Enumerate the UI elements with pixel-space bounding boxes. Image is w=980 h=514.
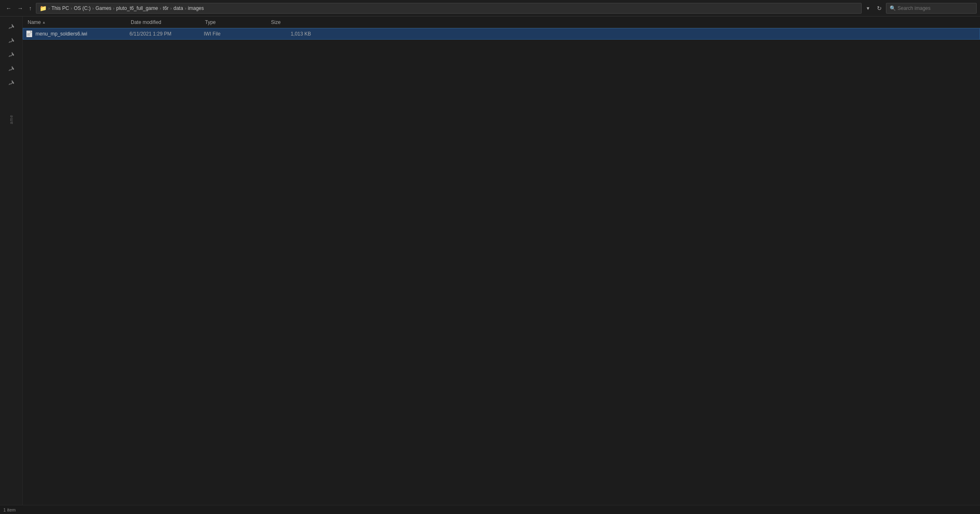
col-header-size[interactable]: Size [269, 17, 311, 28]
search-icon: 🔍 [890, 5, 896, 11]
breadcrumb-os-c[interactable]: OS (C:) [74, 5, 91, 11]
main-container: ame Name ▲ Date modified Type Size [0, 17, 980, 505]
file-name: menu_mp_soldiers6.iwi [35, 31, 87, 37]
file-size-cell: 1,013 KB [270, 31, 311, 37]
svg-rect-3 [27, 33, 31, 34]
breadcrumb-images[interactable]: images [188, 5, 204, 11]
back-button[interactable]: ← [3, 3, 14, 13]
search-input[interactable] [898, 5, 973, 11]
status-bar: 1 item [0, 505, 980, 514]
breadcrumb-sep-0: › [48, 6, 50, 11]
breadcrumb-sep-5: › [170, 6, 172, 11]
col-header-name[interactable]: Name ▲ [26, 17, 129, 28]
sidebar-group-label: ame [9, 115, 14, 124]
col-name-label: Name [28, 19, 41, 25]
address-dropdown-button[interactable]: ▼ [863, 4, 873, 12]
col-date-label: Date modified [131, 19, 161, 25]
sidebar-pin-2[interactable] [5, 34, 18, 47]
file-date-cell: 6/11/2021 1:29 PM [130, 31, 204, 37]
breadcrumb-t6r[interactable]: t6r [163, 5, 169, 11]
file-list: menu_mp_soldiers6.iwi 6/11/2021 1:29 PM … [23, 28, 980, 505]
breadcrumb-pluto[interactable]: pluto_t6_full_game [116, 5, 158, 11]
file-name-cell: menu_mp_soldiers6.iwi [26, 31, 130, 37]
file-date: 6/11/2021 1:29 PM [130, 31, 171, 37]
file-type: IWI File [204, 31, 221, 37]
svg-rect-4 [27, 34, 30, 35]
forward-button[interactable]: → [15, 3, 26, 13]
status-text: 1 item [3, 507, 16, 512]
breadcrumb-this-pc[interactable]: This PC [52, 5, 69, 11]
breadcrumb-games[interactable]: Games [95, 5, 111, 11]
col-name-sort: ▲ [42, 20, 46, 24]
breadcrumb-sep-3: › [113, 6, 115, 11]
col-header-type[interactable]: Type [203, 17, 269, 28]
svg-rect-5 [27, 35, 30, 36]
col-header-date[interactable]: Date modified [129, 17, 203, 28]
file-size: 1,013 KB [291, 31, 311, 37]
sidebar-pin-4[interactable] [5, 62, 18, 75]
breadcrumb-data[interactable]: data [174, 5, 183, 11]
file-type-cell: IWI File [204, 31, 270, 37]
breadcrumb-sep-2: › [92, 6, 94, 11]
sidebar-pin-5[interactable] [5, 76, 18, 89]
file-icon [26, 31, 33, 37]
nav-controls: ← → ↑ [3, 3, 34, 13]
refresh-button[interactable]: ↻ [874, 3, 884, 13]
sidebar-pin-1[interactable] [5, 20, 18, 33]
col-type-label: Type [205, 19, 216, 25]
column-headers: Name ▲ Date modified Type Size [23, 17, 980, 28]
search-box: 🔍 [886, 3, 977, 14]
folder-icon: 📁 [40, 5, 47, 12]
title-bar: ← → ↑ 📁 › This PC › OS (C:) › Games › pl… [0, 0, 980, 17]
breadcrumb-sep-6: › [185, 6, 186, 11]
file-area: Name ▲ Date modified Type Size [23, 17, 980, 505]
sidebar-pin-3[interactable] [5, 48, 18, 61]
table-row[interactable]: menu_mp_soldiers6.iwi 6/11/2021 1:29 PM … [23, 28, 980, 40]
breadcrumb-sep-4: › [160, 6, 161, 11]
sidebar: ame [0, 17, 23, 505]
col-size-label: Size [271, 19, 280, 25]
breadcrumb-sep-1: › [71, 6, 72, 11]
address-bar[interactable]: 📁 › This PC › OS (C:) › Games › pluto_t6… [36, 3, 862, 14]
up-button[interactable]: ↑ [26, 3, 34, 13]
